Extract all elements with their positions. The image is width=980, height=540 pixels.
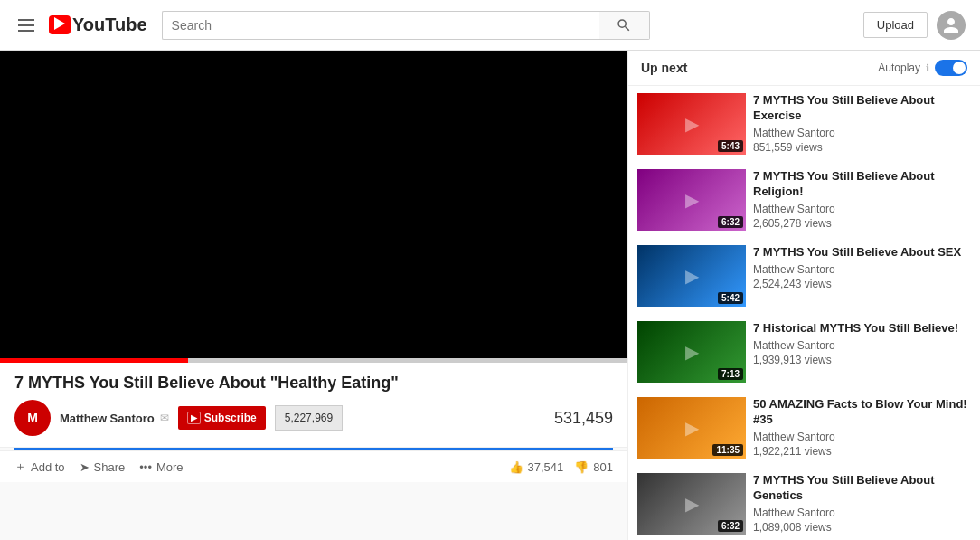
sidebar-video-title: 7 MYTHS You Still Believe About Religion… — [753, 169, 971, 200]
sidebar-video-channel: Matthew Santoro — [753, 339, 971, 352]
subscriber-count: 5,227,969 — [275, 405, 343, 431]
sidebar-video-views: 851,559 views — [753, 141, 971, 154]
sidebar-video-title: 7 MYTHS You Still Believe About Genetics — [753, 473, 971, 504]
duration-badge: 5:42 — [718, 292, 743, 304]
sidebar-video-views: 1,922,211 views — [753, 445, 971, 458]
sidebar-video-channel: Matthew Santoro — [753, 431, 971, 443]
hamburger-menu-icon[interactable] — [14, 15, 38, 35]
more-label: More — [156, 460, 184, 474]
more-icon: ••• — [139, 460, 152, 474]
channel-name: Matthew Santoro — [60, 412, 155, 425]
sidebar-video-views: 1,939,913 views — [753, 354, 971, 366]
autoplay-section: Autoplay ℹ — [878, 60, 967, 76]
user-avatar[interactable] — [937, 11, 966, 40]
subscribe-button[interactable]: ▶ Subscribe — [178, 406, 266, 430]
channel-info: Matthew Santoro ✉ — [60, 412, 169, 425]
search-bar — [162, 11, 650, 40]
channel-details: Matthew Santoro ✉ — [60, 412, 169, 425]
sidebar-video-channel: Matthew Santoro — [753, 127, 971, 139]
header-left: YouTube — [14, 14, 147, 35]
channel-left: M Matthew Santoro ✉ ▶ Subscribe 5,227,96… — [14, 400, 343, 436]
autoplay-label: Autoplay — [878, 62, 920, 74]
subscribe-yt-icon: ▶ — [187, 412, 201, 424]
dislike-button[interactable]: 👎 801 — [574, 460, 613, 474]
thumb-container: ▶ 5:43 — [637, 93, 746, 155]
video-title: 7 MYTHS You Still Believe About "Healthy… — [14, 374, 613, 393]
duration-badge: 5:43 — [718, 140, 743, 152]
thumb-container: ▶ 6:32 — [637, 169, 746, 231]
sidebar-video-title: 50 AMAZING Facts to Blow Your Mind! #35 — [753, 397, 971, 428]
sidebar-video-item[interactable]: ▶ 6:32 7 MYTHS You Still Believe About R… — [628, 162, 980, 238]
thumb-container: ▶ 5:42 — [637, 245, 746, 307]
search-button[interactable] — [599, 11, 650, 40]
toggle-knob — [953, 62, 966, 74]
video-meta: 50 AMAZING Facts to Blow Your Mind! #35 … — [753, 397, 971, 458]
thumb-container: ▶ 6:32 — [637, 473, 746, 535]
add-icon: ＋ — [14, 459, 26, 475]
sidebar-video-item[interactable]: ▶ 5:42 7 MYTHS You Still Believe About S… — [628, 238, 980, 314]
sidebar-video-channel: Matthew Santoro — [753, 507, 971, 519]
channel-right: 531,459 — [554, 409, 613, 428]
sidebar: Up next Autoplay ℹ ▶ 5:43 7 MYTHS You St… — [627, 51, 980, 540]
sidebar-video-item[interactable]: ▶ 5:43 7 MYTHS You Still Believe About E… — [628, 86, 980, 162]
dislike-count: 801 — [593, 460, 613, 474]
youtube-logo[interactable]: YouTube — [49, 14, 147, 35]
account-icon — [942, 16, 960, 34]
video-meta: 7 MYTHS You Still Believe About Genetics… — [753, 473, 971, 534]
video-player[interactable] — [0, 51, 627, 358]
header-right: Upload — [863, 11, 966, 40]
video-meta: 7 Historical MYTHS You Still Believe! Ma… — [753, 321, 971, 366]
sidebar-header: Up next Autoplay ℹ — [628, 51, 980, 86]
add-label: Add to — [31, 460, 65, 474]
sidebar-video-views: 1,089,008 views — [753, 521, 971, 534]
sidebar-video-item[interactable]: ▶ 7:13 7 Historical MYTHS You Still Beli… — [628, 314, 980, 390]
video-meta: 7 MYTHS You Still Believe About Exercise… — [753, 93, 971, 154]
thumbs-down-icon: 👎 — [574, 460, 589, 474]
info-icon[interactable]: ℹ — [926, 62, 929, 74]
thumb-container: ▶ 11:35 — [637, 397, 746, 459]
sidebar-video-item[interactable]: ▶ 11:35 50 AMAZING Facts to Blow Your Mi… — [628, 390, 980, 466]
action-left: ＋ Add to ➤ Share ••• More — [14, 459, 184, 475]
duration-badge: 11:35 — [712, 444, 743, 456]
thumbs-up-icon: 👍 — [509, 460, 523, 474]
view-count: 531,459 — [554, 409, 613, 428]
sidebar-video-views: 2,605,278 views — [753, 217, 971, 230]
video-section: 7 MYTHS You Still Believe About "Healthy… — [0, 51, 627, 540]
like-button[interactable]: 👍 37,541 — [509, 460, 564, 474]
duration-badge: 6:32 — [718, 520, 743, 532]
like-dislike-section: 👍 37,541 👎 801 — [509, 460, 613, 474]
sidebar-video-title: 7 MYTHS You Still Believe About SEX — [753, 245, 971, 261]
add-to-button[interactable]: ＋ Add to — [14, 459, 65, 475]
channel-row: M Matthew Santoro ✉ ▶ Subscribe 5,227,96… — [14, 400, 613, 436]
channel-avatar[interactable]: M — [14, 400, 51, 436]
video-progress-bar[interactable] — [0, 358, 627, 363]
video-progress-fill — [0, 358, 188, 363]
sidebar-video-title: 7 MYTHS You Still Believe About Exercise — [753, 93, 971, 124]
video-list: ▶ 5:43 7 MYTHS You Still Believe About E… — [628, 86, 980, 540]
video-meta: 7 MYTHS You Still Believe About SEX Matt… — [753, 245, 971, 290]
sidebar-video-channel: Matthew Santoro — [753, 203, 971, 215]
search-icon — [616, 17, 632, 33]
sidebar-video-item[interactable]: ▶ 6:32 7 MYTHS You Still Believe About G… — [628, 466, 980, 540]
sidebar-video-title: 7 Historical MYTHS You Still Believe! — [753, 321, 971, 336]
search-input[interactable] — [162, 11, 599, 40]
share-button[interactable]: ➤ Share — [80, 460, 126, 474]
share-label: Share — [94, 460, 126, 474]
autoplay-toggle[interactable] — [935, 60, 967, 76]
share-icon: ➤ — [80, 460, 90, 474]
header: YouTube Upload — [0, 0, 980, 51]
duration-badge: 7:13 — [718, 368, 743, 380]
verified-icon: ✉ — [160, 412, 169, 424]
action-bar: ＋ Add to ➤ Share ••• More 👍 37,541 — [0, 450, 627, 482]
duration-badge: 6:32 — [718, 216, 743, 228]
video-meta: 7 MYTHS You Still Believe About Religion… — [753, 169, 971, 230]
main-content: 7 MYTHS You Still Believe About "Healthy… — [0, 51, 980, 540]
like-count: 37,541 — [528, 460, 564, 474]
up-next-label: Up next — [641, 61, 687, 75]
upload-button[interactable]: Upload — [863, 12, 928, 38]
yt-play-icon — [54, 17, 65, 30]
sidebar-video-channel: Matthew Santoro — [753, 263, 971, 276]
more-button[interactable]: ••• More — [139, 460, 183, 474]
sidebar-video-views: 2,524,243 views — [753, 278, 971, 290]
thumb-container: ▶ 7:13 — [637, 321, 746, 383]
